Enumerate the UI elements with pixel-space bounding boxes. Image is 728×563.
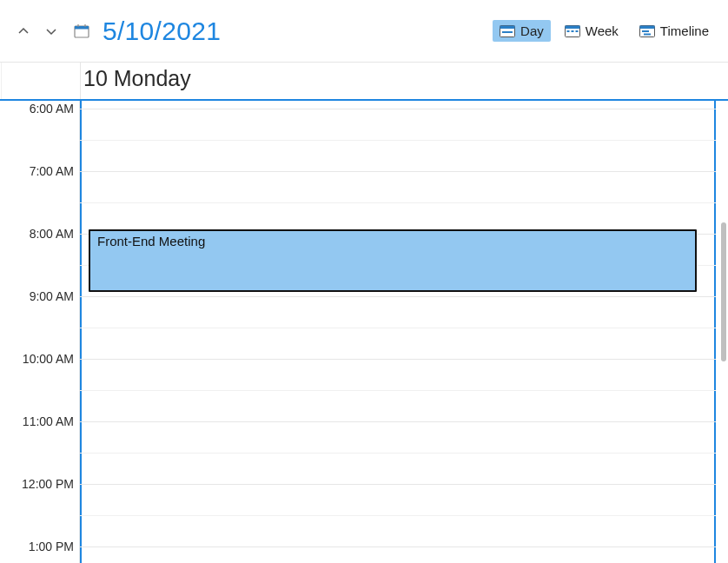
svg-rect-11 bbox=[575, 30, 578, 32]
chevron-up-icon bbox=[17, 24, 30, 38]
hour-gridline bbox=[80, 546, 716, 547]
view-label: Timeline bbox=[660, 23, 709, 38]
hour-gridline bbox=[80, 109, 716, 109]
halfhour-gridline bbox=[80, 515, 716, 516]
view-day-button[interactable]: Day bbox=[493, 20, 551, 42]
svg-rect-6 bbox=[502, 31, 513, 33]
hour-gridline bbox=[80, 484, 716, 485]
halfhour-gridline bbox=[80, 202, 716, 203]
chevron-down-icon bbox=[44, 24, 58, 38]
view-switcher: Day Week Timeline bbox=[493, 20, 716, 42]
current-day-outline bbox=[80, 101, 716, 563]
next-button[interactable] bbox=[40, 20, 63, 43]
hour-gridline bbox=[80, 421, 716, 422]
svg-rect-14 bbox=[642, 30, 649, 32]
calendar-event[interactable]: Front-End Meeting bbox=[89, 229, 697, 292]
timeline-grid[interactable]: 6:00 AM7:00 AM8:00 AM9:00 AM10:00 AM11:0… bbox=[0, 101, 728, 563]
time-label: 11:00 AM bbox=[0, 414, 74, 428]
view-label: Day bbox=[520, 23, 544, 38]
day-header-row: 10 Monday bbox=[0, 63, 728, 101]
time-label: 1:00 PM bbox=[0, 540, 74, 553]
svg-rect-1 bbox=[75, 26, 89, 30]
week-view-icon bbox=[565, 24, 580, 38]
event-title: Front-End Meeting bbox=[97, 234, 205, 248]
hour-gridline bbox=[80, 359, 716, 360]
halfhour-gridline bbox=[80, 390, 716, 391]
svg-rect-5 bbox=[500, 25, 515, 29]
time-label: 8:00 AM bbox=[0, 227, 74, 241]
view-week-button[interactable]: Week bbox=[558, 20, 625, 42]
time-label: 6:00 AM bbox=[0, 102, 74, 116]
halfhour-gridline bbox=[80, 453, 716, 454]
svg-rect-8 bbox=[565, 25, 579, 29]
svg-rect-13 bbox=[639, 25, 654, 29]
svg-rect-9 bbox=[566, 30, 569, 32]
calendar-picker-button[interactable] bbox=[73, 23, 90, 40]
time-gutter: 6:00 AM7:00 AM8:00 AM9:00 AM10:00 AM11:0… bbox=[0, 101, 80, 563]
calendar-icon bbox=[74, 23, 89, 39]
svg-rect-15 bbox=[644, 33, 651, 35]
time-label: 12:00 PM bbox=[0, 477, 74, 491]
prev-button[interactable] bbox=[12, 20, 35, 43]
timeline-view-icon bbox=[639, 24, 655, 38]
scrollbar-thumb[interactable] bbox=[721, 222, 726, 361]
view-label: Week bbox=[586, 23, 619, 38]
time-body[interactable]: Front-End Meeting bbox=[80, 101, 716, 563]
day-header: 10 Monday bbox=[83, 66, 191, 91]
toolbar: 5/10/2021 Day Week Timeline bbox=[0, 0, 728, 63]
time-label: 10:00 AM bbox=[0, 352, 74, 366]
halfhour-gridline bbox=[80, 140, 716, 141]
svg-rect-10 bbox=[571, 30, 573, 32]
halfhour-gridline bbox=[80, 328, 716, 328]
hour-gridline bbox=[80, 171, 716, 172]
time-label: 9:00 AM bbox=[0, 289, 74, 303]
day-view-icon bbox=[500, 24, 515, 38]
hour-gridline bbox=[80, 296, 716, 297]
view-timeline-button[interactable]: Timeline bbox=[632, 20, 716, 42]
time-label: 7:00 AM bbox=[0, 164, 74, 178]
date-label[interactable]: 5/10/2021 bbox=[103, 17, 221, 46]
